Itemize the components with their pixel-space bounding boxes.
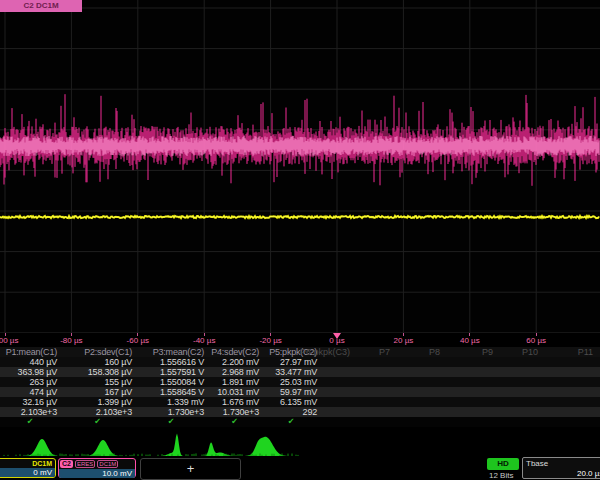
measure-cell: 1.339 mV — [135, 397, 207, 407]
hd-bits-label: 12 Bits — [489, 471, 513, 480]
param-header[interactable]: P3:mean(C2) — [135, 347, 207, 357]
param-header-inactive[interactable]: P6:pkpk(C3) — [300, 347, 348, 357]
measure-cell: 25.03 mV — [262, 377, 320, 387]
measure-row-status: ✔✔✔✔✔ — [0, 417, 600, 427]
measure-cell: 1.730e+3 — [207, 407, 262, 417]
measure-cell: 6.135 mV — [262, 397, 320, 407]
measure-cell: 160 µV — [60, 357, 135, 367]
measure-cell: 1.676 mV — [207, 397, 262, 407]
measure-cell: 2.103e+3 — [0, 407, 60, 417]
measure-row-value: 440 µV160 µV1.556616 V2.200 mV27.97 mV — [0, 357, 600, 367]
status-check-icon: ✔ — [262, 417, 320, 427]
measure-cell: 59.97 mV — [262, 387, 320, 397]
measure-row-sdev: 32.16 µV1.399 µV1.339 mV1.676 mV6.135 mV — [0, 397, 600, 407]
waveform-canvas — [0, 0, 600, 333]
measure-row-max: 474 µV167 µV1.558645 V10.031 mV59.97 mV — [0, 387, 600, 397]
measure-row-num: 2.103e+32.103e+31.730e+31.730e+3292 — [0, 407, 600, 417]
measure-row-mean: 363.98 µV158.308 µV1.557591 V2.968 mV33.… — [0, 367, 600, 377]
time-axis-label: -20 µs — [259, 336, 281, 345]
status-check-icon: ✔ — [60, 417, 135, 427]
add-trace-button[interactable]: + — [140, 458, 241, 480]
time-axis-label: -40 µs — [193, 336, 215, 345]
param-header-inactive[interactable]: P8 — [392, 347, 440, 357]
param-header[interactable]: P1:mean(C1) — [0, 347, 60, 357]
time-axis-label: -60 µs — [127, 336, 149, 345]
measure-cell: 440 µV — [0, 357, 60, 367]
measure-cell: 32.16 µV — [0, 397, 60, 407]
measure-cell: 155 µV — [60, 377, 135, 387]
param-header-inactive[interactable]: P11 — [545, 347, 593, 357]
measure-cell: 27.97 mV — [262, 357, 320, 367]
measure-header-row: P1:mean(C1)P2:sdev(C1)P3:mean(C2)P4:sdev… — [0, 347, 600, 357]
time-axis-label: 20 µs — [394, 336, 414, 345]
measure-cell: 158.308 µV — [60, 367, 135, 377]
c2-scale-value: 10.0 mV — [59, 469, 135, 478]
grid-annotation-badge: C2 DC1M — [0, 0, 82, 12]
measure-cell: 1.558645 V — [135, 387, 207, 397]
histicon-canvas — [0, 428, 600, 458]
c2-coupling-badge: DC1M — [97, 460, 118, 468]
status-check-icon: ✔ — [135, 417, 207, 427]
timebase-value: 20.0 µs — [577, 469, 600, 478]
param-header[interactable]: P4:sdev(C2) — [207, 347, 262, 357]
histicon-p3[interactable] — [153, 434, 201, 456]
status-check-icon: ✔ — [207, 417, 262, 427]
timebase-label: Tbase — [526, 459, 548, 468]
histicon-row — [0, 428, 600, 458]
measure-cell: 1.556616 V — [135, 357, 207, 367]
channel-c2-descriptor[interactable]: C2 ERES DC1M 10.0 mV — [58, 458, 136, 478]
time-axis-label: -80 µs — [60, 336, 82, 345]
timebase-descriptor[interactable]: Tbase 20.0 µs — [522, 457, 600, 479]
measure-cell: 33.477 mV — [262, 367, 320, 377]
param-header-inactive[interactable]: P10 — [490, 347, 538, 357]
measure-cell: 2.103e+3 — [60, 407, 135, 417]
measure-cell: 292 — [262, 407, 320, 417]
c1-coupling-badge: DC1M — [32, 460, 52, 467]
c2-eres-badge: ERES — [75, 460, 95, 468]
measure-cell: 10.031 mV — [207, 387, 262, 397]
waveform-grid[interactable]: C2 DC1M — [0, 0, 600, 333]
time-axis: -100 µs-80 µs-60 µs-40 µs-20 µs0 µs20 µs… — [0, 333, 600, 347]
trigger-position-icon — [333, 333, 341, 339]
measure-cell: 1.891 mV — [207, 377, 262, 387]
status-check-icon: ✔ — [0, 417, 60, 427]
c2-label: C2 — [60, 460, 73, 468]
time-axis-label: 40 µs — [460, 336, 480, 345]
time-axis-label: -100 µs — [0, 336, 18, 345]
measure-cell: 1.730e+3 — [135, 407, 207, 417]
measure-cell: 474 µV — [0, 387, 60, 397]
measure-cell: 2.968 mV — [207, 367, 262, 377]
measure-cell: 2.200 mV — [207, 357, 262, 367]
measure-table: P1:mean(C1)P2:sdev(C1)P3:mean(C2)P4:sdev… — [0, 347, 600, 427]
param-header-inactive[interactable]: P7 — [342, 347, 390, 357]
param-header[interactable]: P2:sdev(C1) — [60, 347, 135, 357]
param-header-inactive[interactable]: P9 — [445, 347, 493, 357]
time-axis-label: 60 µs — [526, 336, 546, 345]
channel-c1-descriptor[interactable]: DC1M 0 mV — [0, 458, 56, 478]
measure-cell: 1.557591 V — [135, 367, 207, 377]
oscilloscope-screen: C2 DC1M -100 µs-80 µs-60 µs-40 µs-20 µs0… — [0, 0, 600, 480]
plus-icon: + — [187, 461, 195, 476]
hd-mode-badge[interactable]: HD — [487, 458, 519, 470]
histicon-p5[interactable] — [242, 437, 290, 456]
c1-scale-value: 0 mV — [0, 468, 55, 477]
measure-cell: 363.98 µV — [0, 367, 60, 377]
histicon-p2[interactable] — [79, 440, 127, 456]
histicon-p1[interactable] — [18, 439, 66, 456]
descriptor-bar: DC1M 0 mV C2 ERES DC1M 10.0 mV + HD 12 B… — [0, 458, 600, 480]
measure-row-min: 263 µV155 µV1.550084 V1.891 mV25.03 mV — [0, 377, 600, 387]
measure-cell: 263 µV — [0, 377, 60, 387]
measure-cell: 1.550084 V — [135, 377, 207, 387]
measure-cell: 167 µV — [60, 387, 135, 397]
measure-cell: 1.399 µV — [60, 397, 135, 407]
